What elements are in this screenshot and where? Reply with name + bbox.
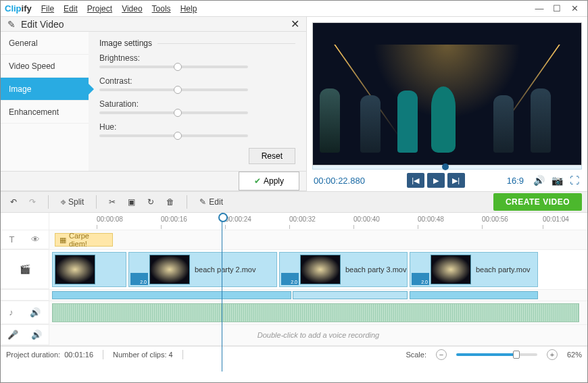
crop-button[interactable]: ▣ <box>124 195 139 209</box>
timeline: 00:00:08 00:00:16 00:00:24 00:00:32 00:0… <box>1 213 587 346</box>
playhead[interactable] <box>222 213 222 372</box>
tick: 00:00:16 <box>161 215 187 223</box>
rotate-button[interactable]: ↻ <box>143 195 158 209</box>
brightness-label: Brightness: <box>99 53 295 63</box>
close-window-icon[interactable]: ✕ <box>566 3 583 15</box>
zoom-in-button[interactable]: + <box>547 349 558 360</box>
menu-edit[interactable]: Edit <box>64 4 78 14</box>
undo-button[interactable]: ↶ <box>6 195 21 209</box>
panel-title: Edit Video <box>21 19 291 30</box>
video-bar-track[interactable] <box>49 290 587 301</box>
text-track[interactable]: ▦ Carpe diem! <box>49 230 587 249</box>
delete-button[interactable]: 🗑 <box>162 195 178 209</box>
apply-button[interactable]: ✔Apply <box>239 172 299 190</box>
audio-volume-icon[interactable]: 🔊 <box>30 307 41 317</box>
edit-clip-button[interactable]: ✎ Edit <box>195 195 227 209</box>
voice-track[interactable]: Double-click to add a voice recording <box>49 325 587 345</box>
timeline-toolbar: ↶ ↷ ⎆ Split ✂ ▣ ↻ 🗑 ✎ Edit CREATE VIDEO <box>1 191 587 213</box>
video-clip[interactable]: beach party 3.mov <box>279 252 408 287</box>
tick: 00:00:40 <box>353 215 380 223</box>
audio-track[interactable] <box>49 301 587 324</box>
tab-image[interactable]: Image <box>1 78 89 101</box>
tab-enhancement[interactable]: Enhancement <box>1 101 89 124</box>
zoom-percent: 62% <box>567 351 582 359</box>
tick: 00:00:48 <box>418 215 444 223</box>
preview-video[interactable] <box>312 22 582 165</box>
voice-hint: Double-click to add a voice recording <box>49 325 587 345</box>
text-track-icon[interactable]: T <box>9 234 15 245</box>
maximize-icon[interactable]: ☐ <box>548 3 566 15</box>
prev-frame-button[interactable]: |◀ <box>407 173 424 188</box>
voice-volume-icon[interactable]: 🔊 <box>31 330 42 340</box>
minimize-icon[interactable]: — <box>531 3 548 15</box>
play-button[interactable]: ▶ <box>427 173 445 188</box>
preview-timestamp: 00:00:22.880 <box>314 176 365 186</box>
image-settings: Image settings Brightness: Contrast: Sat… <box>89 32 306 171</box>
cut-button[interactable]: ✂ <box>105 195 120 209</box>
time-ruler[interactable]: 00:00:08 00:00:16 00:00:24 00:00:32 00:0… <box>49 213 587 230</box>
menu-help[interactable]: Help <box>180 4 197 14</box>
check-icon: ✔ <box>254 176 261 186</box>
tick: 00:00:32 <box>289 215 316 223</box>
next-frame-button[interactable]: ▶| <box>447 173 465 188</box>
tick: 00:00:24 <box>225 215 251 223</box>
preview-scrubber[interactable] <box>312 165 582 170</box>
clip-count: Number of clips: 4 <box>113 351 173 359</box>
video-track[interactable]: beach party 2.mov beach party 3.mov beac… <box>49 250 587 289</box>
volume-icon[interactable]: 🔊 <box>533 175 545 186</box>
video-track-icon[interactable]: 🎬 <box>20 264 30 274</box>
app-logo: Clipify <box>5 3 32 14</box>
edit-video-panel: ✎ Edit Video ✕ General Video Speed Image… <box>1 17 307 191</box>
tick: 00:00:56 <box>482 215 508 223</box>
tab-general[interactable]: General <box>1 32 89 55</box>
menu-video[interactable]: Video <box>122 4 142 14</box>
project-duration: Project duration: 00:01:16 <box>6 351 93 359</box>
tab-video-speed[interactable]: Video Speed <box>1 55 89 78</box>
edit-icon: ✎ <box>7 19 16 30</box>
zoom-out-button[interactable]: − <box>436 349 447 360</box>
contrast-slider[interactable] <box>99 88 248 91</box>
visibility-icon[interactable]: 👁 <box>31 234 40 245</box>
split-button[interactable]: ⎆ Split <box>57 195 88 209</box>
video-clip[interactable] <box>52 252 126 287</box>
mic-track-icon[interactable]: 🎤 <box>7 330 18 340</box>
reset-button[interactable]: Reset <box>249 148 295 164</box>
saturation-slider[interactable] <box>99 111 248 114</box>
hue-slider[interactable] <box>99 134 248 137</box>
tick: 00:01:04 <box>543 215 569 223</box>
menu-project[interactable]: Project <box>87 4 112 14</box>
fullscreen-icon[interactable]: ⛶ <box>570 175 579 186</box>
tick: 00:00:08 <box>97 215 123 223</box>
redo-button[interactable]: ↷ <box>25 195 40 209</box>
create-video-button[interactable]: CREATE VIDEO <box>493 193 582 211</box>
close-panel-icon[interactable]: ✕ <box>291 18 299 30</box>
menubar: Clipify File Edit Project Video Tools He… <box>1 1 587 17</box>
brightness-slider[interactable] <box>99 66 248 68</box>
preview-pane: 00:00:22.880 |◀ ▶ ▶| 16:9 🔊 📷 ⛶ <box>307 17 587 191</box>
menu-tools[interactable]: Tools <box>152 4 171 14</box>
menu-file[interactable]: File <box>41 4 54 14</box>
snapshot-icon[interactable]: 📷 <box>552 175 563 186</box>
music-track-icon[interactable]: ♪ <box>9 307 14 317</box>
aspect-ratio: 16:9 <box>507 176 524 186</box>
zoom-slider[interactable] <box>456 353 537 356</box>
statusbar: Project duration: 00:01:16 Number of cli… <box>1 346 587 362</box>
scale-label: Scale: <box>406 351 426 359</box>
video-clip[interactable]: beach party.mov <box>410 252 538 287</box>
edit-sidenav: General Video Speed Image Enhancement <box>1 32 89 171</box>
hue-label: Hue: <box>99 122 295 132</box>
text-clip[interactable]: ▦ Carpe diem! <box>55 233 113 247</box>
video-clip[interactable]: beach party 2.mov <box>128 252 277 287</box>
contrast-label: Contrast: <box>99 76 295 86</box>
settings-heading: Image settings <box>99 39 152 48</box>
saturation-label: Saturation: <box>99 99 295 109</box>
